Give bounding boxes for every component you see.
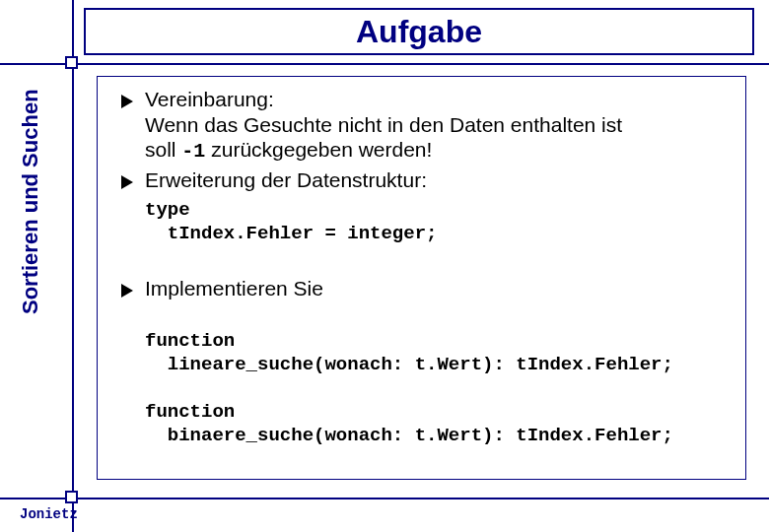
text: zurückgegeben werden!: [205, 138, 432, 161]
triangle-right-icon: [119, 170, 139, 196]
svg-marker-1: [121, 175, 133, 189]
code-block-func2: function binaere_suche(wonach: t.Wert): …: [145, 401, 728, 448]
code-block-type: type tIndex.Fehler = integer;: [145, 199, 728, 246]
bullet-item-3: Implementieren Sie: [119, 276, 728, 304]
sidebar-label: Sortieren und Suchen: [18, 83, 43, 320]
bullet-item-2: Erweiterung der Datenstruktur:: [119, 167, 728, 196]
code-block-func1: function lineare_suche(wonach: t.Wert): …: [145, 330, 728, 377]
divider-top: [0, 63, 769, 65]
bullet-text: Erweiterung der Datenstruktur:: [145, 167, 728, 196]
footer-author: Jonietz: [20, 506, 78, 522]
svg-marker-0: [121, 95, 133, 108]
inline-code: -1: [181, 140, 205, 163]
node-square-bottom: [65, 491, 78, 503]
bullet-text: Implementieren Sie: [145, 276, 728, 304]
divider-bottom: [0, 498, 769, 499]
text: soll: [145, 138, 181, 161]
triangle-right-icon: [119, 90, 139, 165]
content-box: Vereinbarung: Wenn das Gesuchte nicht in…: [97, 76, 746, 480]
triangle-right-icon: [119, 279, 139, 304]
node-square-top: [65, 56, 78, 69]
divider-vertical: [72, 0, 74, 532]
slide-title: Aufgabe: [356, 14, 482, 50]
title-box: Aufgabe: [84, 8, 754, 55]
bullet-item-1: Vereinbarung: Wenn das Gesuchte nicht in…: [119, 87, 728, 165]
svg-marker-2: [121, 284, 133, 298]
bullet-text: Vereinbarung: Wenn das Gesuchte nicht in…: [145, 87, 728, 165]
text: Vereinbarung:: [145, 88, 274, 110]
text: Wenn das Gesuchte nicht in den Daten ent…: [145, 113, 622, 136]
